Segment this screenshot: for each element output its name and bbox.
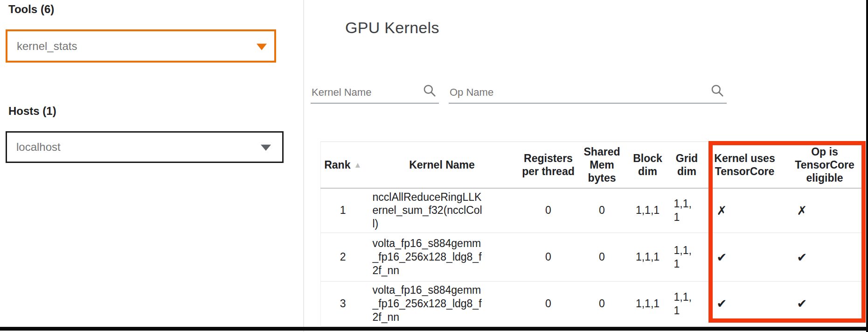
op-tensorcore-eligible-mark: ✔ — [785, 282, 865, 326]
column-header-shared-mem-bytes[interactable]: Shared Mem bytes — [578, 142, 626, 188]
search-icon — [710, 83, 725, 98]
table-row: 3 volta_fp16_s884gemm_fp16_256x128_ldg8_… — [321, 282, 865, 326]
block-dim-cell: 1,1,1 — [626, 233, 669, 282]
column-header-block-dim[interactable]: Block dim — [626, 142, 669, 188]
grid-dim-cell: 1,1,1 — [669, 188, 705, 233]
shared-mem-cell: 0 — [578, 188, 626, 233]
op-tensorcore-eligible-mark: ✗ — [785, 188, 865, 233]
op-tensorcore-eligible-mark: ✔ — [785, 233, 865, 282]
registers-cell: 0 — [519, 188, 578, 233]
kernel-name-cell: volta_fp16_s884gemm_fp16_256x128_ldg8_f2… — [365, 282, 519, 326]
hosts-select[interactable]: localhost — [6, 131, 284, 163]
column-header-rank[interactable]: Rank▲ — [321, 142, 365, 188]
block-dim-cell: 1,1,1 — [626, 188, 669, 233]
shared-mem-cell: 0 — [578, 282, 626, 326]
table-header-row: Rank▲ Kernel Name Registers per thread S… — [321, 142, 865, 188]
page-title: GPU Kernels — [345, 19, 439, 37]
hosts-label: Hosts (1) — [8, 105, 56, 118]
kernel-name-cell: ncclAllReduceRingLLKernel_sum_f32(ncclCo… — [365, 188, 519, 233]
kernel-name-cell: volta_fp16_s884gemm_fp16_256x128_ldg8_f2… — [365, 233, 519, 282]
column-header-op-tensorcore-eligible[interactable]: Op is TensorCore eligible — [785, 142, 865, 188]
search-icon — [422, 83, 437, 98]
kernel-uses-tensorcore-mark: ✔ — [705, 233, 785, 282]
window-right-edge — [866, 0, 868, 332]
registers-cell: 0 — [519, 282, 578, 326]
tools-selected-value: kernel_stats — [17, 40, 77, 53]
column-label: Rank — [324, 159, 350, 171]
table-row: 2 volta_fp16_s884gemm_fp16_256x128_ldg8_… — [321, 233, 865, 282]
rank-cell: 1 — [321, 188, 365, 233]
kernel-uses-tensorcore-mark: ✔ — [705, 282, 785, 326]
chevron-down-icon — [261, 145, 271, 151]
column-header-kernel-name[interactable]: Kernel Name — [365, 142, 519, 188]
tools-select[interactable]: kernel_stats — [6, 29, 276, 63]
grid-dim-cell: 1,1,1 — [669, 282, 705, 326]
op-name-field — [449, 70, 727, 104]
tools-label: Tools (6) — [8, 3, 54, 16]
hosts-selected-value: localhost — [16, 141, 61, 154]
kernel-name-input[interactable] — [311, 86, 418, 99]
registers-cell: 0 — [519, 233, 578, 282]
column-header-registers-per-thread[interactable]: Registers per thread — [519, 142, 578, 188]
sort-ascending-icon: ▲ — [354, 161, 361, 170]
sidebar-divider — [303, 0, 304, 332]
column-header-kernel-uses-tensorcore[interactable]: Kernel uses TensorCore — [705, 142, 785, 188]
shared-mem-cell: 0 — [578, 233, 626, 282]
chevron-down-icon — [257, 43, 267, 50]
kernel-name-field — [311, 70, 439, 104]
rank-cell: 3 — [321, 282, 365, 326]
rank-cell: 2 — [321, 233, 365, 282]
op-name-input[interactable] — [449, 86, 706, 99]
gpu-kernels-table: Rank▲ Kernel Name Registers per thread S… — [320, 141, 864, 326]
grid-dim-cell: 1,1,1 — [669, 233, 705, 282]
window-bottom-edge — [0, 327, 868, 331]
table-row: 1 ncclAllReduceRingLLKernel_sum_f32(nccl… — [321, 188, 865, 233]
column-header-grid-dim[interactable]: Grid dim — [669, 142, 705, 188]
kernel-uses-tensorcore-mark: ✗ — [705, 188, 785, 233]
block-dim-cell: 1,1,1 — [626, 282, 669, 326]
